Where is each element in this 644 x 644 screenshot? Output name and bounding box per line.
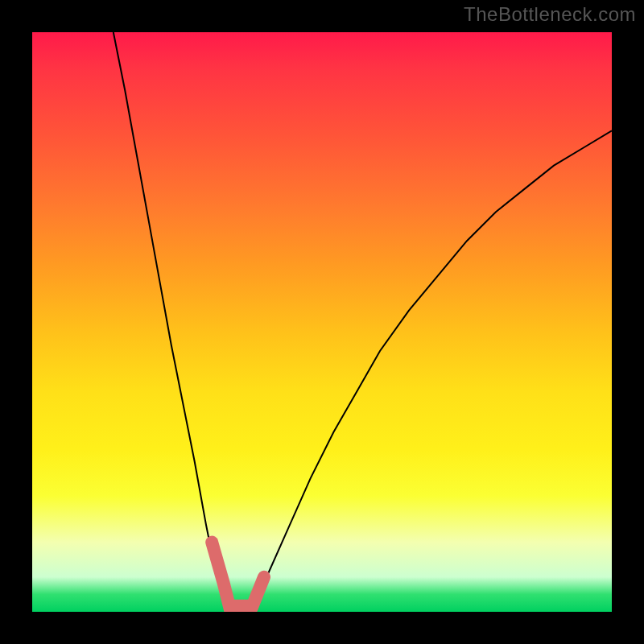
chart-frame: TheBottleneck.com: [0, 0, 644, 644]
watermark-text: TheBottleneck.com: [464, 3, 636, 26]
chart-svg: [32, 32, 612, 612]
right-curve: [253, 130, 612, 612]
left-curve: [114, 32, 229, 612]
accent-segment: [212, 543, 264, 606]
